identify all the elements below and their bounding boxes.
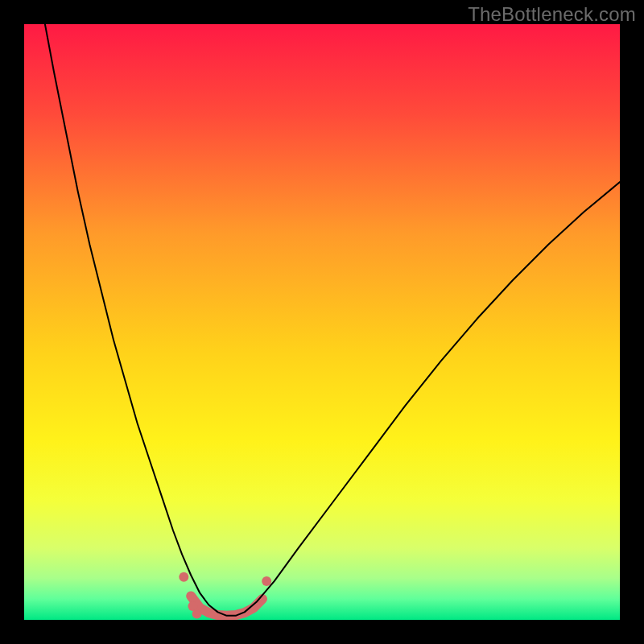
bottom-dot-2: [192, 609, 202, 619]
outer-frame: TheBottleneck.com: [0, 0, 644, 644]
right-edge-dot: [262, 576, 271, 586]
plot-area: [24, 24, 620, 620]
bottleneck-curve: [45, 24, 620, 616]
left-edge-dot: [179, 572, 188, 582]
chart-svg: [24, 24, 620, 620]
watermark-text: TheBottleneck.com: [468, 3, 636, 26]
